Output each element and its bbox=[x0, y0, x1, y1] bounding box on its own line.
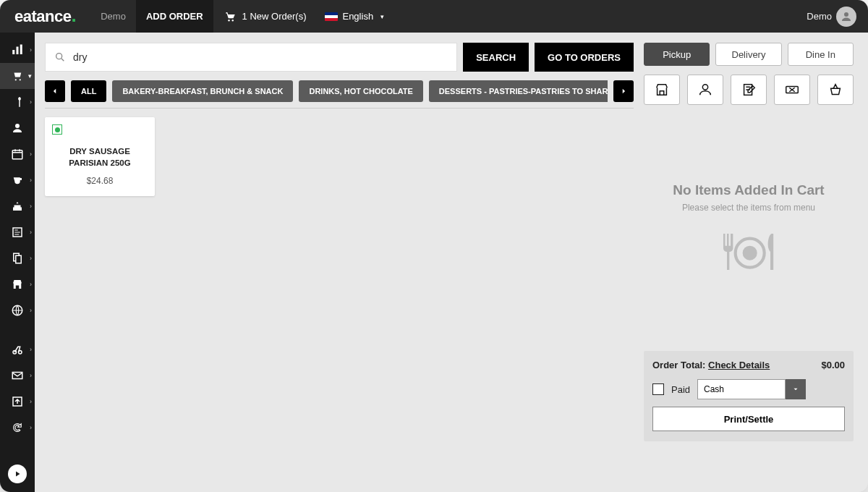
svg-point-23 bbox=[743, 246, 757, 260]
sidebar-users[interactable] bbox=[0, 115, 35, 141]
sidebar-receipt[interactable]: › bbox=[0, 219, 35, 245]
payment-method-value: Cash bbox=[697, 379, 786, 399]
category-prev[interactable] bbox=[45, 80, 65, 102]
sidebar: › ▾ › › › › › › › › › › › › bbox=[0, 33, 35, 492]
sidebar-docs[interactable]: › bbox=[0, 245, 35, 271]
search-icon bbox=[54, 51, 66, 63]
action-store[interactable] bbox=[644, 75, 680, 105]
category-bakery[interactable]: BAKERY-BREAKFAST, BRUNCH & SNACK bbox=[112, 80, 293, 102]
product-price: $24.68 bbox=[52, 176, 148, 186]
category-next[interactable] bbox=[613, 80, 634, 102]
category-bar: ALL BAKERY-BREAKFAST, BRUNCH & SNACK DRI… bbox=[45, 80, 634, 102]
tab-dinein[interactable]: Dine In bbox=[788, 43, 854, 66]
svg-point-7 bbox=[20, 79, 21, 80]
sidebar-cup[interactable]: › bbox=[0, 167, 35, 193]
svg-rect-12 bbox=[16, 255, 22, 263]
chevron-down-icon bbox=[792, 386, 799, 393]
svg-point-6 bbox=[15, 79, 17, 80]
discount-icon bbox=[784, 82, 800, 98]
order-total-amount: $0.00 bbox=[821, 360, 845, 370]
play-icon bbox=[13, 470, 22, 478]
tab-pickup[interactable]: Pickup bbox=[644, 43, 710, 66]
sidebar-calendar[interactable]: › bbox=[0, 141, 35, 167]
payment-method-toggle[interactable] bbox=[786, 379, 806, 399]
nav-demo[interactable]: Demo bbox=[90, 0, 136, 33]
paid-label: Paid bbox=[671, 384, 690, 395]
order-type-tabs: Pickup Delivery Dine In bbox=[644, 43, 854, 66]
action-basket[interactable] bbox=[817, 75, 854, 105]
tab-label: Delivery bbox=[732, 49, 766, 60]
sidebar-mail[interactable]: › bbox=[0, 362, 35, 389]
brand-logo[interactable]: eatance. bbox=[0, 7, 90, 26]
new-orders-label: 1 New Order(s) bbox=[242, 11, 307, 22]
brand-text: eatance bbox=[14, 7, 71, 26]
nav-new-orders[interactable]: 1 New Order(s) bbox=[213, 10, 317, 23]
chevron-down-icon: ▾ bbox=[380, 13, 384, 20]
product-name: DRY SAUSAGE PARISIAN 250G bbox=[52, 146, 148, 169]
action-discount[interactable] bbox=[774, 75, 810, 105]
cart-empty-title: No Items Added In Cart bbox=[673, 182, 824, 198]
person-icon bbox=[697, 82, 713, 98]
divider bbox=[45, 108, 634, 109]
svg-point-19 bbox=[702, 85, 707, 90]
tab-delivery[interactable]: Delivery bbox=[715, 43, 781, 66]
order-totals: Order Total: Check Details $0.00 Paid Ca… bbox=[644, 351, 854, 441]
svg-point-2 bbox=[844, 12, 848, 17]
note-icon bbox=[741, 82, 757, 98]
svg-rect-9 bbox=[12, 150, 22, 159]
product-card[interactable]: DRY SAUSAGE PARISIAN 250G $24.68 bbox=[45, 117, 155, 196]
sidebar-export[interactable]: › bbox=[0, 389, 35, 415]
flag-icon bbox=[325, 12, 338, 21]
store-icon bbox=[654, 82, 670, 98]
svg-point-1 bbox=[231, 20, 233, 21]
language-selector[interactable]: English ▾ bbox=[316, 11, 393, 22]
category-label: DRINKS, HOT CHOCOLATE bbox=[309, 87, 412, 96]
sidebar-cake[interactable]: › bbox=[0, 193, 35, 219]
category-label: DESSERTS - PASTRIES-PASTRIES TO SHARE bbox=[439, 87, 608, 96]
action-note[interactable] bbox=[731, 75, 767, 105]
sidebar-menu[interactable]: › bbox=[0, 89, 35, 115]
sidebar-play[interactable] bbox=[0, 461, 35, 487]
svg-point-8 bbox=[15, 124, 20, 128]
print-settle-button[interactable]: Print/Settle bbox=[652, 407, 845, 431]
avatar[interactable] bbox=[836, 7, 856, 27]
topbar: eatance. Demo ADD ORDER 1 New Order(s) E… bbox=[0, 0, 868, 33]
svg-rect-5 bbox=[20, 45, 22, 55]
sidebar-globe[interactable]: › bbox=[0, 297, 35, 323]
nav-add-order-label: ADD ORDER bbox=[146, 11, 203, 22]
category-all[interactable]: ALL bbox=[71, 80, 106, 102]
search-button[interactable]: SEARCH bbox=[463, 43, 529, 72]
svg-rect-4 bbox=[17, 47, 19, 55]
go-to-orders-button[interactable]: GO TO ORDERS bbox=[535, 43, 634, 72]
tab-label: Dine In bbox=[806, 49, 835, 60]
category-label: ALL bbox=[81, 87, 96, 96]
payment-method-select[interactable]: Cash bbox=[697, 379, 806, 399]
sidebar-refresh[interactable]: › bbox=[0, 415, 35, 441]
category-desserts[interactable]: DESSERTS - PASTRIES-PASTRIES TO SHARE bbox=[429, 80, 608, 102]
check-details-link[interactable]: Check Details bbox=[708, 360, 770, 370]
sidebar-orders[interactable]: ▾ bbox=[0, 63, 35, 89]
user-icon bbox=[840, 10, 853, 23]
sidebar-delivery[interactable]: › bbox=[0, 336, 35, 362]
paid-checkbox[interactable] bbox=[652, 383, 664, 395]
plate-icon bbox=[712, 226, 785, 281]
svg-point-18 bbox=[56, 54, 62, 59]
language-label: English bbox=[342, 11, 373, 22]
order-total-label: Order Total: bbox=[652, 360, 705, 370]
cart-empty-state: No Items Added In Cart Please select the… bbox=[644, 112, 854, 351]
search-box bbox=[45, 43, 457, 72]
scrollbar[interactable] bbox=[858, 3, 864, 489]
svg-rect-3 bbox=[12, 50, 14, 54]
cart-empty-sub: Please select the items from menu bbox=[682, 203, 815, 213]
user-label: Demo bbox=[807, 11, 832, 22]
nav-demo-label: Demo bbox=[101, 11, 126, 22]
category-label: BAKERY-BREAKFAST, BRUNCH & SNACK bbox=[122, 87, 283, 96]
action-customer[interactable] bbox=[687, 75, 723, 105]
category-drinks[interactable]: DRINKS, HOT CHOCOLATE bbox=[299, 80, 422, 102]
cart-icon bbox=[224, 10, 237, 23]
nav-add-order[interactable]: ADD ORDER bbox=[136, 0, 213, 33]
basket-icon bbox=[827, 82, 843, 98]
sidebar-analytics[interactable]: › bbox=[0, 37, 35, 63]
sidebar-store[interactable]: › bbox=[0, 271, 35, 297]
search-input[interactable] bbox=[73, 51, 448, 63]
